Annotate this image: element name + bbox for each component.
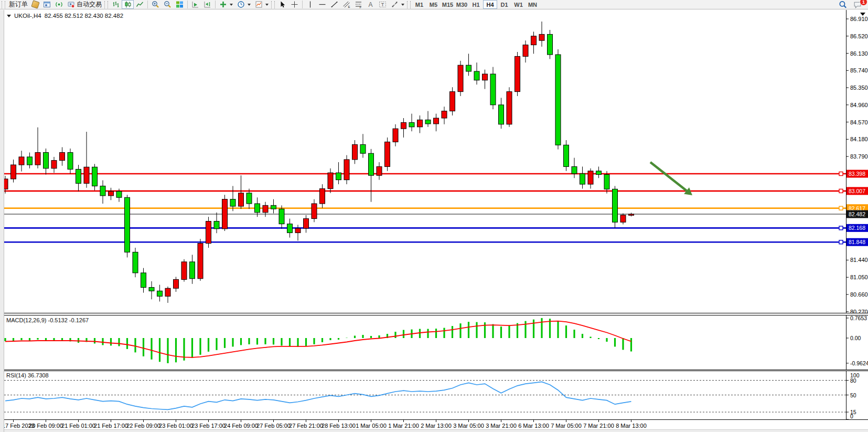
- tile-windows-icon: [176, 1, 184, 8]
- new-order-button[interactable]: 新订单: [7, 0, 30, 9]
- crosshair-button[interactable]: [288, 0, 301, 9]
- dropdown-arrow: [265, 4, 269, 6]
- svg-text:86.130: 86.130: [850, 50, 868, 57]
- svg-text:0.7653: 0.7653: [850, 315, 867, 321]
- notification-badge[interactable]: 1: [860, 0, 867, 6]
- line-chart-button[interactable]: [134, 0, 146, 9]
- svg-text:84.180: 84.180: [850, 136, 868, 142]
- svg-text:27 Feb 05:00: 27 Feb 05:00: [256, 423, 291, 429]
- svg-text:86.910: 86.910: [850, 16, 868, 22]
- svg-text:28 Feb 13:00: 28 Feb 13:00: [322, 423, 356, 429]
- market-watch-icon: [31, 0, 39, 8]
- tile-windows-button[interactable]: [174, 0, 186, 9]
- auto-trading-icon: [67, 1, 75, 8]
- market-watch-button[interactable]: [30, 0, 41, 9]
- zoom-in-icon: [152, 1, 159, 8]
- svg-text:0.00: 0.00: [850, 335, 861, 341]
- auto-trading-button[interactable]: 自动交易: [65, 0, 104, 9]
- svg-text:20 Feb 09:00: 20 Feb 09:00: [29, 423, 63, 429]
- svg-text:8 Mar 13:00: 8 Mar 13:00: [616, 423, 647, 429]
- zoom-out-button[interactable]: [162, 0, 174, 9]
- toolbar-grip[interactable]: [271, 1, 275, 8]
- svg-text:85.350: 85.350: [850, 85, 868, 91]
- data-window-button[interactable]: [41, 0, 53, 9]
- text-button[interactable]: A: [365, 0, 377, 9]
- macd-name: MACD(12,26,9): [6, 317, 46, 323]
- toolbar-separator: [215, 1, 216, 8]
- fibonacci-icon: F: [355, 1, 362, 8]
- svg-text:24 Feb 09:00: 24 Feb 09:00: [224, 423, 258, 429]
- cursor-button[interactable]: [276, 0, 288, 9]
- timeframe-w1-button[interactable]: W1: [511, 0, 526, 9]
- svg-text:F: F: [360, 6, 362, 9]
- svg-text:T: T: [381, 2, 384, 7]
- fibonacci-button[interactable]: F: [352, 0, 365, 9]
- signal-button[interactable]: [53, 0, 65, 9]
- main-chart-pane[interactable]: 86.91086.52086.13085.74085.35084.96084.5…: [0, 10, 868, 313]
- toolbar-grip[interactable]: [2, 1, 5, 8]
- svg-text:81.440: 81.440: [850, 257, 868, 263]
- channel-icon: E: [342, 1, 350, 8]
- indicators-button[interactable]: [217, 0, 235, 9]
- channel-button[interactable]: E: [340, 0, 352, 9]
- trendline-button[interactable]: [328, 0, 340, 9]
- time-axis[interactable]: 17 Feb 202320 Feb 09:0021 Feb 01:0021 Fe…: [0, 419, 868, 430]
- svg-text:83.790: 83.790: [850, 153, 868, 160]
- zoom-in-button[interactable]: [149, 0, 162, 9]
- label-icon: T: [379, 1, 387, 8]
- svg-text:0: 0: [850, 413, 853, 419]
- auto-scroll-button[interactable]: [189, 0, 201, 9]
- rsi-pane[interactable]: 1008050150: [0, 371, 868, 419]
- timeframe-m30-button[interactable]: M30: [455, 0, 469, 9]
- macd-values: -0.5132 -0.1267: [48, 317, 89, 323]
- horizontal-line-icon: [318, 1, 326, 8]
- rsi-label: RSI(14) 36.7308: [6, 372, 49, 378]
- rsi-value: 36.7308: [28, 372, 49, 378]
- shapes-button[interactable]: [389, 0, 406, 9]
- toolbar-separator: [187, 1, 188, 8]
- candlestick-chart-button[interactable]: [122, 0, 134, 9]
- periods-button[interactable]: [235, 0, 253, 9]
- bar-chart-icon: [112, 1, 120, 8]
- vertical-line-icon: [306, 1, 314, 8]
- left-strip: [0, 10, 4, 432]
- chart-collapse-icon[interactable]: [7, 15, 11, 17]
- svg-text:81.050: 81.050: [850, 274, 868, 280]
- timeframe-mn-button[interactable]: MN: [526, 0, 540, 9]
- svg-text:2 Mar 13:00: 2 Mar 13:00: [421, 423, 452, 429]
- svg-text:1 Mar 21:00: 1 Mar 21:00: [388, 423, 419, 429]
- toolbar-grip[interactable]: [407, 1, 411, 8]
- toolbar: 新订单 自动交易: [0, 0, 868, 9]
- text-icon: A: [367, 1, 374, 8]
- chart-shift-button[interactable]: [201, 0, 213, 9]
- timeframe-m5-button[interactable]: M5: [426, 0, 441, 9]
- svg-text:86.520: 86.520: [850, 33, 868, 39]
- label-button[interactable]: T: [377, 0, 389, 9]
- toolbar-separator: [147, 1, 148, 8]
- macd-pane[interactable]: 0.76530.00-0.9624: [0, 315, 868, 370]
- timeframe-m15-button[interactable]: M15: [441, 0, 455, 9]
- templates-button[interactable]: [253, 0, 271, 9]
- svg-text:80: 80: [850, 377, 856, 384]
- dropdown-arrow: [401, 4, 404, 6]
- timeframe-d1-button[interactable]: D1: [497, 0, 511, 9]
- timeframe-h1-button[interactable]: H1: [469, 0, 483, 9]
- svg-text:21 Feb 17:00: 21 Feb 17:00: [94, 423, 128, 429]
- svg-text:E: E: [348, 5, 350, 8]
- search-button[interactable]: [837, 0, 849, 9]
- timeframe-m1-button[interactable]: M1: [412, 0, 426, 9]
- bar-chart-button[interactable]: [110, 0, 122, 9]
- svg-text:83.007: 83.007: [849, 188, 865, 194]
- svg-text:84.960: 84.960: [850, 102, 868, 108]
- svg-text:23 Feb 17:00: 23 Feb 17:00: [191, 423, 226, 429]
- dropdown-arrow: [248, 4, 251, 6]
- data-window-icon: [43, 1, 51, 8]
- bottom-strip: [0, 429, 868, 432]
- periods-clock-icon: [237, 1, 245, 8]
- vertical-line-button[interactable]: [304, 0, 316, 9]
- svg-text:3 Mar 21:00: 3 Mar 21:00: [486, 423, 517, 429]
- timeframe-h4-button[interactable]: H4: [483, 0, 497, 9]
- horizontal-line-button[interactable]: [316, 0, 328, 9]
- toolbar-grip[interactable]: [104, 1, 108, 8]
- svg-text:3 Mar 05:00: 3 Mar 05:00: [453, 423, 484, 429]
